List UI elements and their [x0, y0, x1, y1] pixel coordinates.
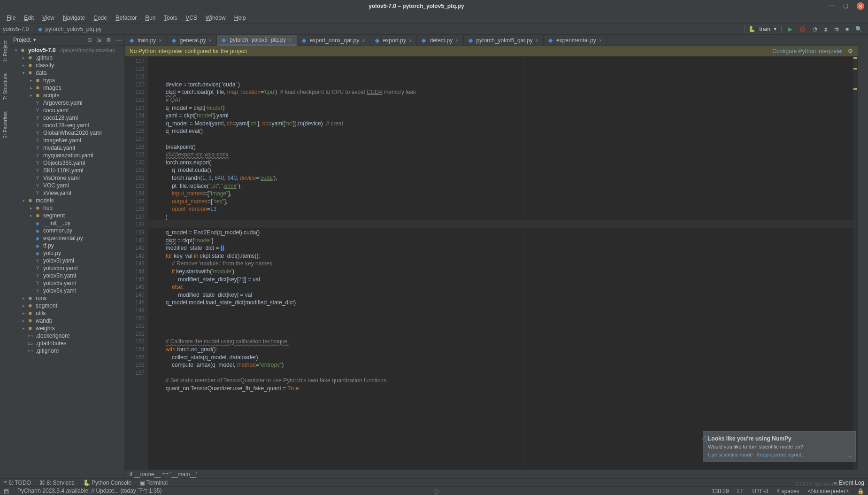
tree-item[interactable]: YArgoverse.yaml: [10, 99, 124, 107]
tree-item[interactable]: ▸■.github: [10, 54, 124, 62]
close-tab-icon[interactable]: ×: [362, 38, 365, 43]
menu-navigate[interactable]: Navigate: [59, 14, 89, 22]
tree-item[interactable]: Yyolov5s.yaml: [10, 279, 124, 287]
code-breadcrumb[interactable]: if __name__ == '__main__': [125, 470, 858, 478]
tree-item[interactable]: ▭.gitignore: [10, 347, 124, 355]
close-tab-icon[interactable]: ×: [159, 38, 161, 43]
tree-item[interactable]: Ymydata.yaml: [10, 144, 124, 152]
menu-icon[interactable]: ▤: [4, 488, 9, 495]
close-tab-icon[interactable]: ×: [455, 38, 458, 43]
editor-tab[interactable]: ◆pytorch_yolov5_ptq.py×: [217, 35, 297, 46]
breadcrumb-project[interactable]: yolov5-7.0: [3, 26, 29, 32]
menu-window[interactable]: Window: [202, 14, 230, 22]
search-icon[interactable]: 🔍: [855, 26, 862, 32]
gear-icon[interactable]: ⚙: [848, 48, 853, 54]
editor-tab[interactable]: ◆export.py×: [370, 35, 417, 46]
tree-root[interactable]: ▾■yolov5-7.0~/project/tmp/quataztion/: [10, 46, 124, 54]
menu-file[interactable]: File: [3, 14, 19, 22]
status-update[interactable]: PyCharm 2023.3.4 available: // Update...…: [17, 487, 162, 495]
breadcrumb-file[interactable]: pytorch_yolov5_ptq.py: [45, 26, 101, 32]
tree-item[interactable]: ▸■utils: [10, 309, 124, 317]
editor-tab[interactable]: ◆experimental.py×: [544, 35, 607, 46]
run-icon[interactable]: ▶: [788, 26, 792, 32]
error-stripe[interactable]: [853, 56, 858, 470]
notification-link[interactable]: Use scientific mode: [708, 452, 753, 457]
tree-item[interactable]: YGlobalWheat2020.yaml: [10, 129, 124, 137]
chevron-down-icon[interactable]: ▼: [32, 38, 37, 42]
tree-item[interactable]: Yyolov5x.yaml: [10, 287, 124, 294]
close-tab-icon[interactable]: ×: [599, 38, 602, 43]
menu-code[interactable]: Code: [90, 14, 111, 22]
close-tab-icon[interactable]: ×: [536, 38, 538, 43]
tree-item[interactable]: ◆tf.py: [10, 242, 124, 249]
profile-icon[interactable]: ⧗: [824, 26, 828, 32]
tree-item[interactable]: ▸■hub: [10, 204, 124, 212]
editor-tab[interactable]: ◆detect.py×: [417, 35, 463, 46]
editor-tab[interactable]: ◆export_onnx_qat.py×: [297, 35, 370, 46]
status-indent[interactable]: 4 spaces: [777, 488, 799, 495]
editor-tab[interactable]: ◆train.py×: [125, 35, 167, 46]
tree-item[interactable]: YObjects365.yaml: [10, 159, 124, 167]
tree-item[interactable]: YVisDrone.yaml: [10, 174, 124, 182]
close-icon[interactable]: ✕: [857, 2, 864, 10]
tree-item[interactable]: ▸■wandb: [10, 317, 124, 325]
tree-item[interactable]: ▸■segment: [10, 212, 124, 219]
tree-item[interactable]: Ymyquatazation.yaml: [10, 152, 124, 159]
tree-item[interactable]: ◆experimental.py: [10, 234, 124, 242]
maximize-icon[interactable]: ▢: [843, 2, 848, 10]
status-caret-pos[interactable]: 138:29: [712, 488, 729, 495]
tree-item[interactable]: Ycoco128-seg.yaml: [10, 122, 124, 129]
expand-all-icon[interactable]: ⇲: [97, 37, 101, 43]
tree-item[interactable]: YVOC.yaml: [10, 182, 124, 189]
tree-item[interactable]: ▸■weights: [10, 325, 124, 332]
tree-item[interactable]: ▭.dockerignore: [10, 332, 124, 340]
tree-item[interactable]: Yyolov5n.yaml: [10, 272, 124, 279]
tree-item[interactable]: ▸■hyps: [10, 77, 124, 84]
tree-item[interactable]: Ycoco.yaml: [10, 107, 124, 114]
bottom-tool[interactable]: 🐍 Python Console: [83, 480, 131, 486]
left-tab[interactable]: 2: Favorites: [1, 108, 9, 141]
tree-item[interactable]: ◆yolo.py: [10, 249, 124, 257]
project-panel-title[interactable]: Project: [13, 37, 31, 43]
tree-item[interactable]: ▾■models: [10, 197, 124, 204]
stop-icon[interactable]: ■: [845, 26, 849, 32]
tree-item[interactable]: ▾■data: [10, 69, 124, 77]
status-interpreter[interactable]: <No interpreter>: [808, 488, 849, 495]
configure-interpreter-link[interactable]: Configure Python interpreter: [772, 48, 843, 54]
gear-icon[interactable]: ⚙: [106, 37, 111, 43]
menu-help[interactable]: Help: [230, 14, 250, 22]
code-content[interactable]: device = torch.device( 'cuda' ) ckpt = t…: [148, 56, 853, 470]
editor-tab[interactable]: ◆pytorch_yolov5_qat.py×: [464, 35, 544, 46]
tree-item[interactable]: YSKU-110K.yaml: [10, 167, 124, 174]
status-line-sep[interactable]: LF: [737, 488, 744, 495]
tree-item[interactable]: ◆common.py: [10, 227, 124, 234]
menu-edit[interactable]: Edit: [20, 14, 38, 22]
notification-link[interactable]: Keep current layout...: [756, 452, 806, 457]
run-config-selector[interactable]: 🐍 train ▼: [744, 25, 781, 33]
tree-item[interactable]: ▸■images: [10, 84, 124, 92]
tree-item[interactable]: ▭.gitattributes: [10, 340, 124, 347]
left-tab[interactable]: 1: Project: [1, 38, 9, 65]
tree-item[interactable]: ▸■runs: [10, 294, 124, 302]
debug-icon[interactable]: 🐞: [799, 26, 806, 32]
tree-item[interactable]: YxView.yaml: [10, 189, 124, 197]
tree-item[interactable]: ▸■classify: [10, 62, 124, 69]
hide-icon[interactable]: —: [116, 37, 122, 43]
code-area[interactable]: 1171181191201211221231241251261271281291…: [125, 56, 858, 470]
left-tab[interactable]: 7: Structure: [1, 70, 9, 103]
coverage-icon[interactable]: ◔: [813, 26, 817, 32]
tree-item[interactable]: Yyolov5l.yaml: [10, 257, 124, 264]
close-tab-icon[interactable]: ×: [409, 38, 412, 43]
menu-run[interactable]: Run: [141, 14, 159, 22]
tree-item[interactable]: ◆__init__.py: [10, 219, 124, 227]
bottom-tool[interactable]: ▣ Terminal: [140, 480, 168, 486]
chevron-down-icon[interactable]: ⌄: [848, 452, 853, 459]
tree-item[interactable]: Yyolov5m.yaml: [10, 264, 124, 272]
tree-item[interactable]: Ycoco128.yaml: [10, 114, 124, 122]
status-encoding[interactable]: UTF-8: [753, 488, 768, 495]
bottom-tool[interactable]: ⌘ 8: Services: [39, 480, 75, 486]
editor-tab[interactable]: ◆general.py×: [167, 35, 217, 46]
minimize-icon[interactable]: —: [829, 2, 835, 10]
tree-item[interactable]: ▸■scripts: [10, 92, 124, 99]
close-tab-icon[interactable]: ×: [209, 38, 212, 43]
